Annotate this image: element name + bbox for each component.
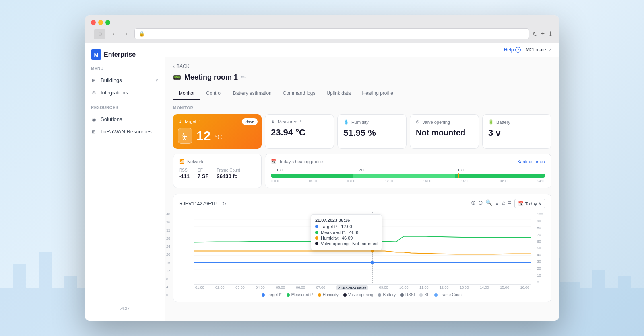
zoom-in-icon[interactable]: ⊕ xyxy=(471,199,476,206)
chart-wrapper: 40 36 32 28 24 20 16 12 8 4 0 xyxy=(179,212,545,297)
valve-icon: ⚙ xyxy=(416,119,420,125)
current-time-marker xyxy=(458,173,459,178)
heating-link[interactable]: Kantine Time › xyxy=(517,159,545,164)
help-button[interactable]: Help ? xyxy=(504,47,521,53)
temp-label-21c: 21C xyxy=(359,168,365,172)
measured-value: 23.94 °C xyxy=(271,127,328,138)
back-nav-button[interactable]: ‹ xyxy=(109,29,118,39)
chart-legend: Target t° Measured t° Humidity xyxy=(194,293,531,297)
y-axis-right: 100 90 80 70 60 50 40 30 20 10 0 xyxy=(537,212,543,284)
frame-count-value: 26430 fc xyxy=(217,173,237,179)
legend-measured: Measured t° xyxy=(287,293,313,297)
browser-tab[interactable]: ⊟ xyxy=(94,29,105,39)
tooltip-dot-measured xyxy=(315,231,318,234)
user-menu[interactable]: MClimate ∨ xyxy=(526,47,551,53)
sidebar: M Enterprise MENU ⊞ Buildings ∨ ⚙ Integr… xyxy=(85,43,165,321)
legend-humidity: Humidity xyxy=(318,293,339,297)
legend-dot-battery xyxy=(378,293,381,297)
network-stats: RSSI -111 SF 7 SF Frame Count 26430 fc xyxy=(179,168,256,180)
lock-icon: 🔒 xyxy=(139,31,145,37)
buildings-icon: ⊞ xyxy=(91,78,97,83)
network-icon: 📶 xyxy=(179,159,185,164)
heating-profile-card: 📅 Today's heating profile Kantine Time › xyxy=(265,154,551,188)
frame-count-label: Frame Count xyxy=(217,168,240,172)
target-temp-value: 12 xyxy=(196,129,211,143)
tooltip-target-label: Target t°: xyxy=(321,224,339,229)
sidebar-item-integrations[interactable]: ⚙ Integrations xyxy=(85,86,165,99)
sidebar-item-lorawan[interactable]: ⊞ LoRaWAN Resources xyxy=(85,125,165,138)
tooltip-target-value: 12.00 xyxy=(341,224,352,229)
legend-valve-label: Valve opening xyxy=(348,293,374,297)
save-badge[interactable]: Save xyxy=(242,118,258,125)
frame-count-stat: Frame Count 26430 fc xyxy=(217,168,240,180)
edit-icon[interactable]: ✏ xyxy=(241,74,246,80)
legend-dot-humidity xyxy=(318,293,321,297)
top-bar: Help ? MClimate ∨ xyxy=(165,43,559,57)
tab-battery[interactable]: Battery estimation xyxy=(227,87,277,100)
measured-temp-card: 🌡 Measured t° 23.94 °C xyxy=(265,114,334,149)
today-button[interactable]: 📅 Today ∨ xyxy=(514,199,545,208)
y-axis-labels: 40 36 32 28 24 20 16 12 8 4 0 xyxy=(166,212,170,297)
tab-monitor[interactable]: Monitor xyxy=(173,87,200,100)
back-chevron-icon: ‹ xyxy=(173,64,175,69)
download-icon[interactable]: ⤓ xyxy=(495,199,500,206)
downloads-icon[interactable]: ⤓ xyxy=(548,30,553,38)
lorawan-label: LoRaWAN Resources xyxy=(101,129,152,135)
forward-nav-button[interactable]: › xyxy=(122,29,131,39)
page-content: ‹ BACK 📟 Meeting room 1 ✏ Monitor Contro… xyxy=(165,57,559,309)
menu-icon[interactable]: ≡ xyxy=(508,199,511,206)
bottom-row: 📶 Network RSSI -111 SF 7 SF xyxy=(173,154,551,188)
tab-uplink-data[interactable]: Uplink data xyxy=(321,87,356,100)
temp-label-18c-2: 18C xyxy=(458,168,464,172)
heating-title: 📅 Today's heating profile xyxy=(271,159,323,164)
sidebar-item-buildings[interactable]: ⊞ Buildings ∨ xyxy=(85,74,165,86)
sidebar-item-solutions[interactable]: ◉ Solutions xyxy=(85,113,165,125)
back-link[interactable]: ‹ BACK xyxy=(173,64,551,69)
tooltip-target: Target t°: 12.00 xyxy=(315,224,378,229)
network-card: 📶 Network RSSI -111 SF 7 SF xyxy=(173,154,262,188)
tooltip-measured-label: Measured t°: xyxy=(321,230,346,235)
logo-area: M Enterprise xyxy=(85,49,165,66)
tooltip-humidity-label: Humidity: xyxy=(321,236,339,240)
minimize-button[interactable] xyxy=(98,20,103,25)
tab-command-logs[interactable]: Command logs xyxy=(277,87,321,100)
tooltip-dot-humidity xyxy=(315,236,318,240)
add-tab-icon[interactable]: + xyxy=(541,30,545,38)
sf-value: 7 SF xyxy=(198,173,208,179)
tab-bar: ⊟ xyxy=(94,29,105,39)
timeline-area: 18C 21C 18C xyxy=(271,168,545,183)
user-label: MClimate xyxy=(526,47,546,53)
home-icon[interactable]: ⌂ xyxy=(502,199,505,206)
tab-heating-profile[interactable]: Heating profile xyxy=(357,87,399,100)
legend-battery: Battery xyxy=(378,293,396,297)
chart-area: 21.07.2023 08:36 Target t°: 12.00 Measur… xyxy=(194,212,531,285)
integrations-icon: ⚙ xyxy=(91,90,97,96)
temp-label-18c-1: 18C xyxy=(277,168,283,172)
humidity-line xyxy=(194,251,531,254)
sf-label: SF xyxy=(198,168,208,172)
rssi-value: -111 xyxy=(179,173,190,179)
refresh-icon[interactable]: ↻ xyxy=(222,201,226,207)
integrations-label: Integrations xyxy=(101,90,128,96)
solutions-icon: ◉ xyxy=(91,117,97,122)
tab-control[interactable]: Control xyxy=(200,87,227,100)
x-axis-labels: 01:00 02:00 03:00 04:00 05:00 06:00 07:0… xyxy=(194,285,531,290)
page-title: Meeting room 1 xyxy=(184,73,238,82)
dropdown-icon: ∨ xyxy=(539,201,542,206)
tabs: Monitor Control Battery estimation Comma… xyxy=(173,87,551,100)
tooltip-dot-target xyxy=(315,225,318,228)
address-bar[interactable]: 🔒 xyxy=(134,28,529,39)
temp-stepper[interactable]: ∧ ∨ xyxy=(178,128,192,144)
magnify-icon[interactable]: 🔍 xyxy=(485,199,492,206)
reload-icon[interactable]: ↻ xyxy=(533,30,538,38)
maximize-button[interactable] xyxy=(105,20,110,25)
zoom-out-icon[interactable]: ⊖ xyxy=(478,199,483,206)
monitor-cards: 🌡 Target t° Save ∧ ∨ 12 °C xyxy=(173,114,551,149)
temp-control: ∧ ∨ 12 °C xyxy=(178,128,257,144)
measured-header: 🌡 Measured t° xyxy=(271,119,328,124)
today-label: Today xyxy=(525,201,537,206)
target-temp-card: 🌡 Target t° Save ∧ ∨ 12 °C xyxy=(173,114,262,149)
battery-card: 🔋 Battery 3 v xyxy=(482,114,551,149)
rssi-stat: RSSI -111 xyxy=(179,168,190,180)
close-button[interactable] xyxy=(91,20,96,25)
